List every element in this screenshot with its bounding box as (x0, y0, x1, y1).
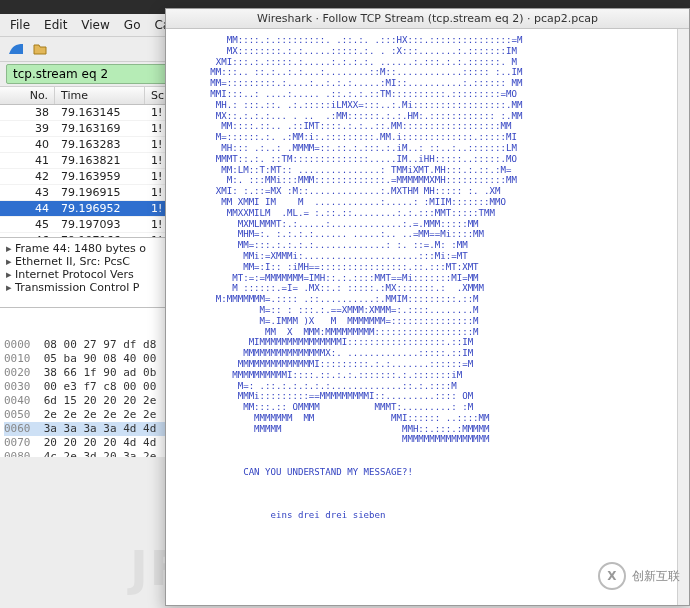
vertical-scrollbar[interactable] (677, 29, 689, 605)
follow-dialog-title: Wireshark · Follow TCP Stream (tcp.strea… (166, 9, 689, 29)
cell-time: 79.163959 (55, 169, 145, 184)
menu-go[interactable]: Go (124, 18, 141, 32)
col-header-time[interactable]: Time (55, 87, 145, 104)
cell-no: 42 (0, 169, 55, 184)
cell-no: 45 (0, 217, 55, 232)
cell-no: 41 (0, 153, 55, 168)
cell-no: 46 (0, 233, 55, 237)
menu-view[interactable]: View (81, 18, 109, 32)
open-icon[interactable] (30, 39, 50, 59)
cell-time: 79.197093 (55, 217, 145, 232)
shark-fin-icon[interactable] (6, 39, 26, 59)
cell-no: 39 (0, 121, 55, 136)
follow-stream-body[interactable]: MM::::.:.:::::::::. .::.:. .:::HX:::.:::… (166, 29, 689, 605)
cell-no: 38 (0, 105, 55, 120)
cell-time: 79.163169 (55, 121, 145, 136)
logo-icon: X (598, 562, 626, 590)
cell-time: 79.163821 (55, 153, 145, 168)
watermark-logo: X 创新互联 (598, 562, 680, 590)
cell-time: 79.196952 (55, 201, 145, 216)
follow-tcp-stream-dialog: Wireshark · Follow TCP Stream (tcp.strea… (165, 8, 690, 606)
stream-ascii-content: MM::::.:.:::::::::. .::.:. .:::HX:::.:::… (172, 35, 683, 521)
cell-no: 40 (0, 137, 55, 152)
cell-time: 79.163283 (55, 137, 145, 152)
cell-time: 79.196915 (55, 185, 145, 200)
cell-time: 79.163145 (55, 105, 145, 120)
cell-time: 79.197166 (55, 233, 145, 237)
logo-text: 创新互联 (632, 568, 680, 585)
cell-no: 44 (0, 201, 55, 216)
col-header-no[interactable]: No. (0, 87, 55, 104)
cell-no: 43 (0, 185, 55, 200)
menu-edit[interactable]: Edit (44, 18, 67, 32)
menu-file[interactable]: File (10, 18, 30, 32)
